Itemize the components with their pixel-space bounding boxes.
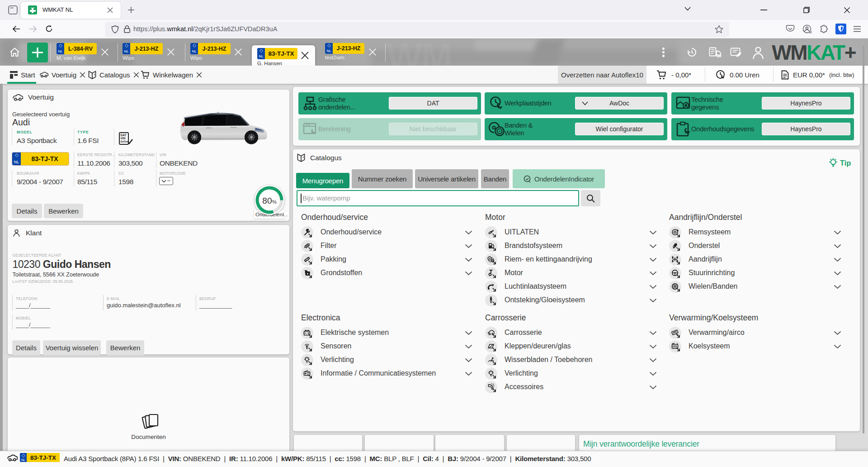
svg-text:VIN: VIN	[121, 137, 126, 140]
svg-text:DAT: DAT	[121, 133, 127, 137]
svg-text:DATA: DATA	[121, 140, 127, 143]
